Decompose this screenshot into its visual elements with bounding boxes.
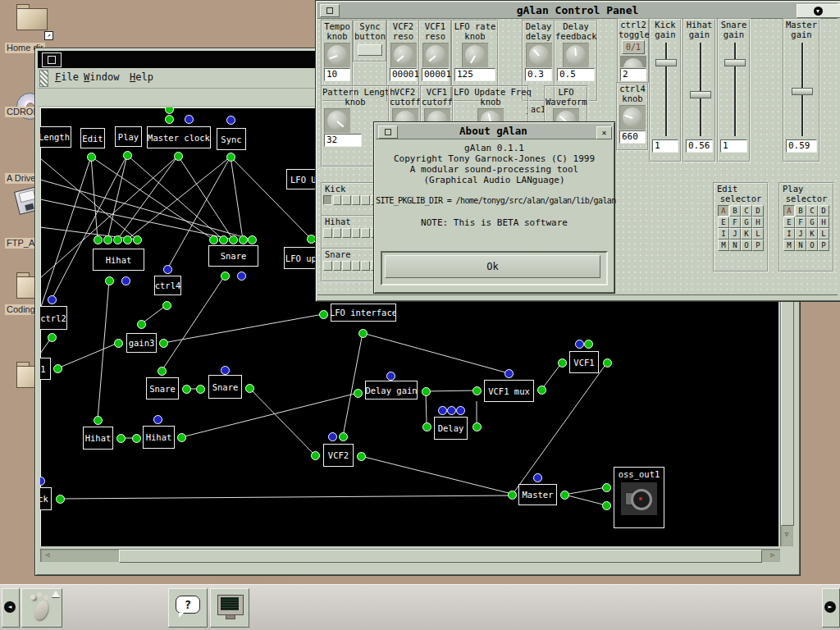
event-connector-dot[interactable] <box>386 372 395 381</box>
signal-connector-dot[interactable] <box>177 433 186 442</box>
signal-connector-dot[interactable] <box>137 320 146 329</box>
selector-cell[interactable]: A <box>783 205 795 217</box>
graph-node[interactable]: Edit <box>80 128 105 148</box>
value-field[interactable]: 1 <box>652 139 678 153</box>
signal-connector-dot[interactable] <box>56 495 65 504</box>
menu-file[interactable]: File <box>55 71 79 83</box>
step-toggle[interactable] <box>323 228 332 238</box>
step-toggle[interactable] <box>342 228 351 238</box>
hscroll-thumb[interactable] <box>119 550 762 563</box>
signal-connector-dot[interactable] <box>311 451 320 460</box>
selector-cell[interactable]: G <box>806 217 818 228</box>
signal-connector-dot[interactable] <box>221 272 230 281</box>
about-close-button[interactable]: ✕ <box>596 126 612 139</box>
selector-cell[interactable]: M <box>718 240 729 251</box>
signal-connector-dot[interactable] <box>123 235 132 244</box>
editor-iconify-button[interactable] <box>42 52 62 67</box>
selector-cell[interactable]: B <box>729 205 741 217</box>
signal-connector-dot[interactable] <box>248 235 257 244</box>
graph-node[interactable]: Hihat <box>83 427 113 450</box>
signal-connector-dot[interactable] <box>226 153 235 162</box>
signal-connector-dot[interactable] <box>162 301 171 310</box>
graph-node[interactable]: Snare <box>146 377 179 399</box>
value-field[interactable]: 0.3 <box>525 68 552 81</box>
selector-cell[interactable]: H <box>818 217 829 228</box>
control-panel-shade-button[interactable] <box>797 4 840 18</box>
event-connector-dot[interactable] <box>504 369 514 378</box>
signal-connector-dot[interactable] <box>245 384 254 393</box>
signal-connector-dot[interactable] <box>472 422 482 431</box>
event-connector-dot[interactable] <box>447 406 456 415</box>
graph-node[interactable]: Master clock <box>147 126 211 148</box>
sync-push-button[interactable] <box>358 44 382 56</box>
signal-connector-dot[interactable] <box>116 434 126 443</box>
value-field[interactable]: 0.56 <box>686 139 713 153</box>
signal-connector-dot[interactable] <box>239 235 248 244</box>
knob[interactable] <box>426 45 445 65</box>
signal-connector-dot[interactable] <box>159 339 168 348</box>
graph-node[interactable]: VCF1 <box>569 351 599 373</box>
menubar-grip[interactable] <box>39 70 48 87</box>
signal-connector-dot[interactable] <box>422 387 431 396</box>
selector-cell[interactable]: N <box>795 240 806 251</box>
signal-connector-dot[interactable] <box>602 501 611 510</box>
step-toggle[interactable] <box>361 261 370 271</box>
value-field[interactable]: 10 <box>324 68 350 81</box>
graph-node[interactable]: Delay <box>434 417 468 440</box>
signal-connector-dot[interactable] <box>174 152 183 161</box>
selector-cell[interactable]: I <box>718 228 729 240</box>
event-connector-dot[interactable] <box>185 115 194 124</box>
signal-connector-dot[interactable] <box>165 115 174 124</box>
signal-connector-dot[interactable] <box>339 432 348 441</box>
value-field[interactable]: 660 <box>619 130 646 144</box>
selector-cell[interactable]: D <box>752 205 764 217</box>
graph-node[interactable]: VCF2 <box>323 444 354 467</box>
slider-track[interactable] <box>651 41 680 138</box>
signal-connector-dot[interactable] <box>319 310 328 319</box>
slider-thumb[interactable] <box>724 59 746 66</box>
graph-node[interactable]: VCF1 mux <box>484 380 534 402</box>
knob[interactable] <box>566 45 586 65</box>
step-toggle[interactable] <box>361 228 370 238</box>
graph-node[interactable]: Delay gain <box>365 381 418 399</box>
slider-thumb[interactable] <box>655 59 677 66</box>
step-toggle[interactable] <box>352 195 361 205</box>
selector-cell[interactable]: E <box>718 217 729 228</box>
signal-connector-dot[interactable] <box>114 339 123 348</box>
selector-cell[interactable]: L <box>818 228 829 240</box>
signal-connector-dot[interactable] <box>182 385 191 394</box>
signal-connector-dot[interactable] <box>422 422 431 431</box>
graph-node[interactable]: Play <box>115 126 142 147</box>
signal-connector-dot[interactable] <box>158 367 167 376</box>
step-toggle[interactable] <box>361 195 370 205</box>
event-connector-dot[interactable] <box>221 366 230 375</box>
canvas-hscrollbar[interactable]: ◁ ▷ <box>40 549 780 562</box>
signal-connector-dot[interactable] <box>123 151 132 160</box>
knob[interactable] <box>327 111 347 130</box>
scroll-left-arrow[interactable]: ◁ <box>42 550 53 561</box>
signal-connector-dot[interactable] <box>53 364 62 373</box>
selector-cell[interactable]: C <box>741 205 752 217</box>
selector-cell[interactable]: O <box>741 240 752 251</box>
selector-cell[interactable]: E <box>783 217 795 228</box>
signal-connector-dot[interactable] <box>508 491 517 500</box>
signal-connector-dot[interactable] <box>472 386 482 395</box>
help-button[interactable]: ? <box>168 588 208 628</box>
signal-connector-dot[interactable] <box>87 153 96 162</box>
selector-cell[interactable]: I <box>783 228 795 240</box>
desktop-icon-label[interactable]: A Drive <box>5 173 37 184</box>
signal-connector-dot[interactable] <box>602 483 611 492</box>
graph-node[interactable]: ck <box>40 487 52 510</box>
event-connector-dot[interactable] <box>533 473 542 482</box>
value-field[interactable]: 2 <box>620 68 646 81</box>
signal-connector-dot[interactable] <box>103 235 112 244</box>
selector-cell[interactable]: P <box>818 240 829 251</box>
event-connector-dot[interactable] <box>226 116 235 125</box>
step-toggle[interactable] <box>352 261 361 271</box>
graph-node[interactable]: 1 <box>40 358 51 380</box>
signal-connector-dot[interactable] <box>94 416 103 425</box>
value-field[interactable]: 32 <box>324 134 362 147</box>
knob[interactable] <box>623 107 642 127</box>
graph-node[interactable]: Master <box>518 484 557 505</box>
menu-help[interactable]: Help <box>130 71 153 83</box>
